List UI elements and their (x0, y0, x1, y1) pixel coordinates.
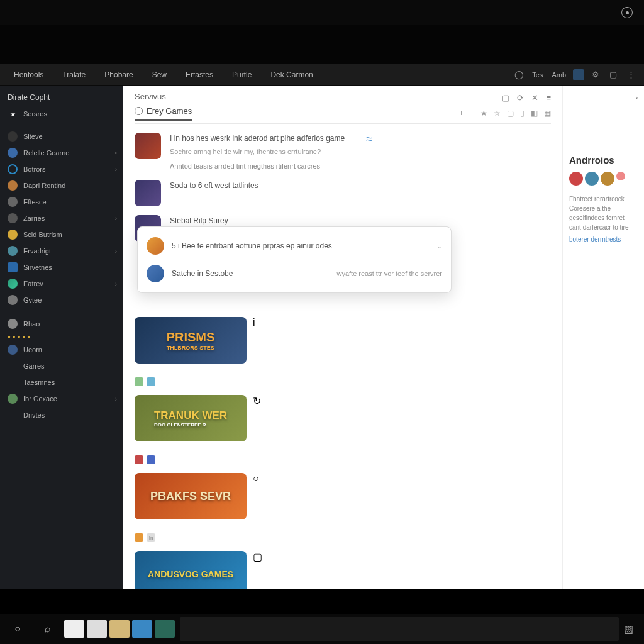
nav-right-2[interactable]: Amb (552, 71, 566, 79)
sidebar-item-3[interactable]: Daprl Rontind (0, 177, 123, 194)
system-icon[interactable] (621, 7, 633, 18)
avatar[interactable] (569, 172, 583, 186)
feed: I in hos hes wesrk ink aderod art pihe a… (135, 133, 551, 242)
sidebar-header[interactable]: Dirate Copht› (0, 89, 123, 106)
sidebar-item-10[interactable]: Gvtee (0, 292, 123, 308)
taskbar-app-5[interactable] (155, 620, 175, 638)
divider-black (0, 589, 644, 611)
tag[interactable] (147, 455, 155, 464)
nav-tab-6[interactable]: Purtle (223, 68, 260, 82)
thumbnail (135, 133, 161, 159)
thumbnail (135, 180, 161, 206)
star-icon[interactable]: ★ (480, 109, 487, 118)
info-icon[interactable]: i (253, 317, 255, 328)
tag[interactable] (135, 533, 143, 542)
breadcrumb[interactable]: Servivus (135, 92, 166, 101)
nav-settings-icon[interactable]: ⚙ (589, 68, 602, 82)
sidebar-lower-3[interactable]: Ibr Gexace› (0, 391, 123, 407)
nav-tab-2[interactable]: Tralate (53, 68, 94, 82)
close-icon[interactable]: ✕ (531, 93, 538, 103)
sidebar-item-6[interactable]: Scld Butrism (0, 226, 123, 243)
tag[interactable] (135, 455, 143, 464)
avatar[interactable] (601, 172, 614, 186)
sidebar-item-8[interactable]: Sirvetnes (0, 259, 123, 275)
sidebar-item-7[interactable]: Ervadrigt› (0, 243, 123, 259)
nav-more-icon[interactable]: ⋮ (624, 68, 638, 82)
sidebar-item-11[interactable]: Rhao (0, 316, 123, 332)
start-button[interactable]: ○ (4, 617, 31, 641)
taskbar-app-2[interactable] (87, 620, 107, 638)
feed-item-1[interactable]: Soda to 6 eft west tatlintes (135, 180, 551, 206)
workspace: Dirate Copht› ★Sersres Siteve Relelle Ge… (0, 86, 644, 589)
panel-icon[interactable]: ◧ (531, 109, 538, 118)
taskbar-app-1[interactable] (64, 620, 84, 638)
star-outline-icon[interactable]: ☆ (494, 109, 501, 118)
add-icon-2[interactable]: + (470, 109, 474, 118)
sidebar-item-5[interactable]: Zarries› (0, 210, 123, 226)
sidebar-item-1[interactable]: Relelle Gearne• (0, 145, 123, 161)
nav-window-icon[interactable]: ▢ (606, 68, 620, 82)
sidebar-starred[interactable]: ★Sersres (0, 106, 123, 122)
window-icon[interactable]: ▢ (502, 93, 509, 103)
tab-active[interactable]: Erey Games (135, 105, 192, 121)
planet-icon (8, 345, 18, 355)
popup-avatar-icon (147, 237, 164, 255)
nav-right-1[interactable]: Tes (532, 71, 543, 79)
nav-tab-5[interactable]: Ertastes (177, 68, 222, 82)
leaf-icon (8, 394, 18, 404)
popup-item-1[interactable]: 5 i Bee te entrbant aottune prpras ep ai… (138, 232, 451, 260)
nav-tab-7[interactable]: Dek Carmon (262, 68, 321, 82)
avatar[interactable] (616, 172, 625, 180)
sidebar-item-0[interactable]: Siteve (0, 128, 123, 145)
nav-tab-3[interactable]: Phobare (96, 68, 142, 82)
info-icon[interactable]: ○ (253, 473, 259, 484)
sidepanel: Andrroios Fhatreet rerartrcock Coresere … (562, 86, 644, 589)
navbar: Hentools Tralate Phobare Sew Ertastes Pu… (0, 64, 644, 86)
group-icon (8, 319, 18, 329)
nav-app-icon-1[interactable] (573, 69, 584, 80)
taskbar: ○ ⌕ ▧ (0, 614, 644, 644)
tray-icon[interactable]: ▧ (624, 623, 635, 635)
sidebar-lower-0[interactable]: Ueorn (0, 341, 123, 358)
nav-tab-4[interactable]: Sew (143, 68, 175, 82)
avatar[interactable] (585, 172, 599, 186)
device-icon[interactable]: ▢ (507, 109, 514, 118)
sidebar-lower-2[interactable]: Taesmnes (0, 374, 123, 391)
tag[interactable] (135, 377, 143, 386)
taskbar-app-3[interactable] (109, 620, 130, 638)
game-card-4[interactable]: ANDUSVOG GAMES (135, 551, 247, 589)
sidepanel-title: Andrroios (569, 155, 638, 165)
tag[interactable]: In (147, 533, 155, 542)
taskbar-app-4[interactable] (132, 620, 152, 638)
sidepanel-link[interactable]: boterer derrntrests (569, 236, 638, 243)
sidebar-lower-4[interactable]: Drivtes (0, 407, 123, 423)
blank-icon (8, 410, 18, 420)
grid-icon[interactable]: ▦ (544, 109, 551, 118)
game-card-2[interactable]: TRANUK WERDOO GLENSTEREE R (135, 395, 247, 441)
refresh-icon[interactable]: ⟳ (517, 93, 524, 103)
sidebar-item-9[interactable]: Eatrev› (0, 275, 123, 292)
game-cards: PRISMSTHLBRORS STESi TRANUK WERDOO GLENS… (135, 317, 551, 589)
feed-item-0[interactable]: I in hos hes wesrk ink aderod art pihe a… (135, 133, 551, 171)
bookmark-icon[interactable]: ▯ (520, 109, 525, 118)
star-icon: ★ (8, 109, 18, 119)
globe-icon[interactable]: ◯ (512, 68, 526, 82)
popup-item-2[interactable]: Satche in Sestobe wyafte reast ttr vor t… (138, 260, 451, 287)
sidebar-item-2[interactable]: Botrors› (0, 161, 123, 177)
search-button[interactable]: ⌕ (34, 617, 62, 641)
sidebar-item-4[interactable]: Eftesce (0, 194, 123, 210)
dropdown-popup: 5 i Bee te entrbant aottune prpras ep ai… (137, 226, 452, 293)
content: Servivus ▢ ⟳ ✕ ≡ Erey Games + + ★ ☆ ▢ ▯ … (123, 86, 562, 589)
game-card-3[interactable]: PBAKFS SEVR (135, 473, 247, 519)
info-icon[interactable]: ↻ (253, 395, 261, 407)
nav-tab-1[interactable]: Hentools (5, 68, 52, 82)
earth-icon (8, 279, 18, 289)
sidebar-lower-1[interactable]: Garres (0, 358, 123, 374)
tag[interactable] (147, 377, 155, 386)
info-icon[interactable]: ▢ (253, 551, 262, 563)
menu-icon[interactable]: ≡ (546, 93, 551, 103)
game-card-1[interactable]: PRISMSTHLBRORS STES (135, 317, 247, 364)
game-icon (8, 148, 18, 158)
tab-dot-icon (135, 107, 143, 115)
add-icon[interactable]: + (459, 109, 464, 118)
